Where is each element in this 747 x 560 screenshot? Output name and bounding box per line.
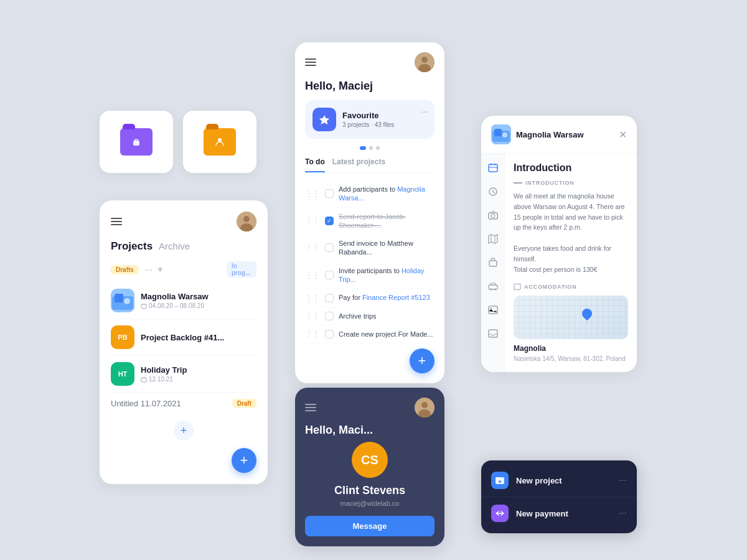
todo-menu-icon[interactable]: [305, 58, 316, 66]
todo-fab-button[interactable]: +: [410, 348, 435, 373]
todo-text-1: Add participants to Magnolia Warsa...: [339, 185, 435, 203]
project-name-pb: Project Backlog #41...: [141, 333, 256, 342]
project-row-magnolia[interactable]: Magnolia Warsaw 04.08.20 – 08.08.20: [111, 282, 256, 319]
bag-icon[interactable]: [486, 256, 500, 269]
folder-card-lock[interactable]: [100, 111, 173, 173]
todo-item-2[interactable]: ⋮⋮ Send-report-to-Jacob-Shoemaker-...: [305, 208, 435, 235]
svg-point-9: [124, 298, 130, 304]
map-pin: [580, 307, 594, 321]
map-icon[interactable]: [486, 232, 500, 246]
add-project-button[interactable]: +: [174, 421, 194, 441]
drag-handle-4: ⋮⋮: [305, 271, 320, 279]
new-project-icon: [491, 472, 509, 489]
svg-marker-46: [514, 284, 520, 290]
svg-rect-45: [489, 330, 497, 337]
new-project-dots[interactable]: ···: [619, 475, 627, 486]
dark-avatar: [415, 398, 435, 418]
clock-icon[interactable]: [486, 185, 500, 198]
svg-rect-27: [489, 164, 497, 172]
fab-button[interactable]: +: [232, 448, 256, 473]
panel-title-row: Projects Archive: [111, 240, 256, 253]
intro-section-title: Introduction: [514, 162, 628, 174]
project-row-ht[interactable]: HT Holiday Trip 12.10.21: [111, 356, 256, 393]
todo-item-1[interactable]: ⋮⋮ Add participants to Magnolia Warsa...: [305, 180, 435, 208]
checkbox-1[interactable]: [325, 189, 334, 198]
map-placeholder: [514, 296, 628, 339]
new-payment-label: New payment: [516, 509, 611, 518]
carousel-dots: [305, 146, 435, 150]
favourite-title: Favourite: [342, 111, 394, 120]
checkbox-2[interactable]: [325, 217, 334, 225]
avatar: [237, 212, 256, 231]
checkbox-6[interactable]: [325, 312, 334, 320]
svg-rect-10: [141, 304, 146, 309]
folder-card-user[interactable]: [183, 111, 256, 173]
image-icon[interactable]: [486, 303, 500, 317]
svg-rect-25: [494, 129, 502, 136]
svg-rect-0: [133, 141, 139, 146]
project-info-pb: Project Backlog #41...: [141, 333, 256, 342]
new-project-action[interactable]: New project ···: [481, 464, 637, 497]
todo-item-7[interactable]: ⋮⋮ Create new project For Made...: [305, 325, 435, 343]
dot-3[interactable]: [376, 146, 380, 150]
svg-point-2: [218, 138, 222, 142]
todo-item-4[interactable]: ⋮⋮ Invite participants to Holiday Trip..…: [305, 262, 435, 289]
inbox-icon[interactable]: [486, 327, 500, 340]
drag-handle-3: ⋮⋮: [305, 243, 320, 252]
car-icon[interactable]: [486, 279, 500, 293]
folder-cards-container: [100, 111, 256, 173]
calendar-icon[interactable]: [486, 161, 500, 175]
detail-sidebar-icons: [481, 154, 505, 372]
favourite-subtitle: 3 projects · 43 files: [342, 121, 394, 128]
add-tab-icon[interactable]: +: [157, 264, 163, 275]
panel-title: Projects: [111, 240, 153, 253]
intro-text: We all meet at the magnolia house above …: [514, 191, 628, 274]
todo-panel: Hello, Maciej Favourite 3 projects · 43 …: [295, 42, 444, 383]
dark-menu-icon[interactable]: [305, 404, 316, 411]
project-row-pb[interactable]: PB Project Backlog #41...: [111, 319, 256, 356]
drafts-badge: Drafts: [111, 265, 139, 274]
accom-label: ACCOMODATION: [514, 283, 628, 291]
action-panel: New project ··· New payment ···: [481, 460, 637, 533]
checkbox-5[interactable]: [325, 294, 334, 302]
draft-name: Untitled 11.07.2021: [111, 399, 227, 408]
checkbox-3[interactable]: [325, 243, 334, 252]
dot-2[interactable]: [369, 146, 373, 150]
svg-marker-19: [319, 115, 329, 124]
close-button[interactable]: ✕: [619, 129, 627, 141]
dot-1[interactable]: [360, 146, 366, 150]
folder-icon-purple: [120, 128, 153, 156]
detail-content: Introduction INTRODUCTION We all meet at…: [505, 154, 637, 372]
new-payment-action[interactable]: New payment ···: [481, 497, 637, 530]
favourite-card[interactable]: Favourite 3 projects · 43 files ···: [305, 100, 435, 139]
project-info-ht: Holiday Trip 12.10.21: [141, 365, 256, 383]
cs-avatar: CS: [352, 442, 388, 478]
more-dots[interactable]: ···: [145, 264, 153, 274]
drag-handle-1: ⋮⋮: [305, 189, 320, 198]
new-payment-dots[interactable]: ···: [619, 508, 627, 519]
message-button[interactable]: Message: [305, 516, 435, 536]
todo-text-2: Send-report-to-Jacob-Shoemaker-...: [339, 212, 435, 230]
svg-point-42: [494, 289, 496, 291]
todo-text-5: Pay for Finance Report #5123: [339, 293, 435, 302]
todo-item-3[interactable]: ⋮⋮ Send invoice to Matthew Rabanda...: [305, 235, 435, 262]
favourite-dots[interactable]: ···: [421, 106, 428, 116]
draft-row[interactable]: Untitled 11.07.2021 Draft: [111, 393, 256, 414]
tab-latest[interactable]: Latest projects: [332, 157, 385, 172]
panel-archive-tab[interactable]: Archive: [159, 241, 190, 251]
checkbox-7[interactable]: [325, 330, 334, 338]
checkbox-4[interactable]: [325, 271, 334, 279]
new-project-label: New project: [516, 476, 611, 485]
inprog-badge: In prog...: [227, 261, 256, 278]
camera-icon[interactable]: [486, 208, 500, 222]
panel-header: [111, 212, 256, 231]
svg-point-4: [243, 216, 250, 222]
menu-icon[interactable]: [111, 218, 122, 225]
todo-item-5[interactable]: ⋮⋮ Pay for Finance Report #5123: [305, 289, 435, 307]
detail-header: Magnolia Warsaw ✕: [481, 116, 637, 154]
todo-header: [305, 52, 435, 72]
todo-item-6[interactable]: ⋮⋮ Archive trips: [305, 307, 435, 325]
todo-text-6: Archive trips: [339, 312, 435, 320]
dark-greeting: Hello, Maci...: [305, 424, 435, 437]
tab-todo[interactable]: To do: [305, 157, 325, 172]
